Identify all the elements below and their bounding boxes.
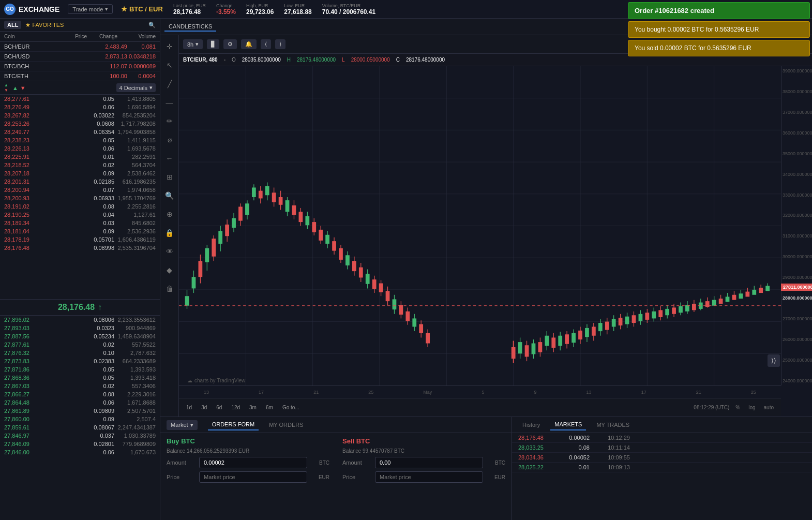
crosshair-tool[interactable]: ✛ <box>162 39 177 54</box>
bid-row[interactable]: 27,896.020.080062,233.3553612 <box>0 316 160 324</box>
ask-row[interactable]: 28,201.310.02185616.1986235 <box>0 177 160 186</box>
search-icon[interactable]: 🔍 <box>148 22 156 28</box>
ask-row[interactable]: 28,190.250.041,127.61 <box>0 211 160 219</box>
goto-button[interactable]: Go to... <box>279 404 303 411</box>
chart-right-nav-button[interactable]: ⟩⟩ <box>768 354 780 367</box>
bid-row[interactable]: 27,846.000.061,670.673 <box>0 448 160 456</box>
buy-price-input[interactable] <box>199 471 307 483</box>
flag-tool[interactable]: ◆ <box>162 263 177 277</box>
ask-row[interactable]: 28,225.910.01282.2591 <box>0 153 160 161</box>
up-arrow-icon[interactable]: ▲ <box>4 83 8 87</box>
timeframe-3m[interactable]: 3m <box>246 404 260 411</box>
my-orders-tab[interactable]: MY ORDERS <box>265 420 307 430</box>
replay-forward-button[interactable]: ⟩ <box>275 39 285 49</box>
trade-mode-button[interactable]: Trade mode ▾ <box>68 4 113 14</box>
ask-row[interactable]: 28,200.930.069331,955.1704769 <box>0 194 160 202</box>
coin-row-btcbch[interactable]: BTC/BCH 112.07 0.0000089 <box>0 62 160 71</box>
bid-row[interactable]: 27,893.030.0323900.944869 <box>0 324 160 332</box>
bid-row[interactable]: 27,876.320.102,787.632 <box>0 349 160 357</box>
bid-row[interactable]: 27,887.560.052341,459.6348904 <box>0 332 160 340</box>
alert-button[interactable]: 🔔 <box>241 39 257 49</box>
zoom-tool[interactable]: 🔍 <box>162 188 177 203</box>
ask-row[interactable]: 28,181.040.092,536.2936 <box>0 227 160 235</box>
measure-tool[interactable]: ⊞ <box>162 170 177 184</box>
timeframe-12d[interactable]: 12d <box>228 404 243 411</box>
bid-row[interactable]: 27,877.610.02557.5522 <box>0 340 160 349</box>
header-change: Change <box>89 34 117 39</box>
magnet-tool[interactable]: ⊕ <box>162 207 177 221</box>
bid-row[interactable]: 27,846.090.02801779.9689809 <box>0 440 160 448</box>
svg-rect-144 <box>685 305 689 311</box>
cursor-tool[interactable]: ↖ <box>162 58 177 72</box>
back-button[interactable]: ← <box>162 151 177 166</box>
ask-row[interactable]: 28,226.130.061,693.5678 <box>0 144 160 153</box>
ask-row[interactable]: 28,189.340.03845.6802 <box>0 219 160 227</box>
ask-row[interactable]: 28,191.020.082,255.2816 <box>0 202 160 211</box>
timeframe-6m[interactable]: 6m <box>263 404 276 411</box>
scale-log-button[interactable]: log <box>745 404 758 411</box>
ask-row[interactable]: 28,267.820.03022854.2535204 <box>0 111 160 120</box>
bid-row[interactable]: 27,864.480.061,671.8688 <box>0 398 160 407</box>
replay-back-button[interactable]: ⟨ <box>261 39 271 49</box>
markets-tab[interactable]: MARKETS <box>550 419 586 430</box>
bid-row[interactable]: 27,871.860.051,393.593 <box>0 365 160 374</box>
fibonacci-tool[interactable]: ⌀ <box>162 132 177 147</box>
tradingview-text: charts by TradingView <box>194 378 245 383</box>
eye-tool[interactable]: 👁 <box>162 244 177 259</box>
ask-row[interactable]: 28,178.190.057011,606.4386119 <box>0 235 160 244</box>
ohlc-c-value: 28176.48000000 <box>406 57 445 63</box>
coin-row-btceth[interactable]: BTC/ETH 100.00 0.0004 <box>0 71 160 81</box>
chart-svg-area[interactable] <box>179 66 781 385</box>
filter-favorites-button[interactable]: ★ FAVORITES <box>25 22 64 28</box>
sell-price-input[interactable] <box>375 471 483 483</box>
bid-row[interactable]: 27,860.000.092,507.4 <box>0 415 160 423</box>
ohlc-pair-label: BTC/EUR, 480 <box>183 57 218 63</box>
history-row[interactable]: 28,034.36 0.04052 10:09:55 <box>512 453 812 463</box>
filter-all-button[interactable]: ALL <box>4 21 21 29</box>
history-row[interactable]: 28,176.48 0.00002 10:12:29 <box>512 433 812 443</box>
ask-row[interactable]: 28,276.490.061,696.5894 <box>0 103 160 111</box>
ask-row[interactable]: 28,207.180.092,538.6462 <box>0 169 160 177</box>
ask-row[interactable]: 28,249.770.063541,794.9903858 <box>0 128 160 136</box>
decimals-select[interactable]: 4 Decimals ▾ <box>116 83 156 92</box>
trash-tool[interactable]: 🗑 <box>162 281 177 296</box>
bid-row[interactable]: 27,861.890.098092,507.5701 <box>0 407 160 415</box>
draw-tool[interactable]: ✏ <box>162 114 177 128</box>
coin-row-bchusd[interactable]: BCH/USD 2,873.13 0.0348218 <box>0 52 160 62</box>
timeframe-6d[interactable]: 6d <box>213 404 225 411</box>
chart-type-bar[interactable]: ▊ <box>207 39 219 49</box>
market-type-select[interactable]: Market ▾ <box>167 420 198 430</box>
timeframe-selector[interactable]: 8h ▾ <box>183 39 203 49</box>
candlesticks-tab[interactable]: CANDLESTICKS <box>164 22 216 32</box>
ask-row[interactable]: 28,253.260.06081,717.798208 <box>0 120 160 128</box>
bid-row[interactable]: 27,867.030.02557.3406 <box>0 382 160 390</box>
scale-percent-button[interactable]: % <box>732 404 743 411</box>
horizontal-line-tool[interactable]: — <box>162 95 177 110</box>
timeframe-3d[interactable]: 3d <box>198 404 210 411</box>
ask-row[interactable]: 28,176.480.089982,535.3196704 <box>0 244 160 252</box>
history-row[interactable]: 28,025.22 0.01 10:09:13 <box>512 463 812 472</box>
lock-tool[interactable]: 🔒 <box>162 226 177 240</box>
bid-row[interactable]: 27,866.270.082,229.3016 <box>0 390 160 398</box>
down-arrow-icon[interactable]: ▼ <box>4 88 8 93</box>
sell-amount-input[interactable] <box>375 457 483 468</box>
timeframe-1d[interactable]: 1d <box>183 404 195 411</box>
bid-row[interactable]: 27,846.970.0371,030.33789 <box>0 432 160 440</box>
trend-line-tool[interactable]: ╱ <box>162 77 177 91</box>
buy-amount-input[interactable] <box>199 457 307 468</box>
indicators-button[interactable]: ⚙ <box>223 39 237 49</box>
history-row[interactable]: 28,033.25 0.08 10:11:14 <box>512 443 812 453</box>
ask-row[interactable]: 28,277.610.051,413.8805 <box>0 95 160 103</box>
ask-row[interactable]: 28,200.940.071,974.0658 <box>0 186 160 194</box>
bid-row[interactable]: 27,859.610.080672,247.4341387 <box>0 423 160 432</box>
ask-row[interactable]: 28,238.230.051,411.9115 <box>0 136 160 144</box>
pair-name[interactable]: ★ BTC / EUR <box>121 5 163 13</box>
orders-form-tab[interactable]: ORDERS FORM <box>208 419 259 430</box>
scale-auto-button[interactable]: auto <box>761 404 777 411</box>
coin-row-bcheur[interactable]: BCH/EUR 2,483.49 0.081 <box>0 42 160 52</box>
buy-price-unit: EUR <box>311 474 329 480</box>
ask-row[interactable]: 28,218.520.02564.3704 <box>0 161 160 169</box>
bid-row[interactable]: 27,873.830.02383664.2333689 <box>0 357 160 365</box>
bid-row[interactable]: 27,868.360.051,393.418 <box>0 374 160 382</box>
my-trades-tab[interactable]: MY TRADES <box>592 420 634 430</box>
